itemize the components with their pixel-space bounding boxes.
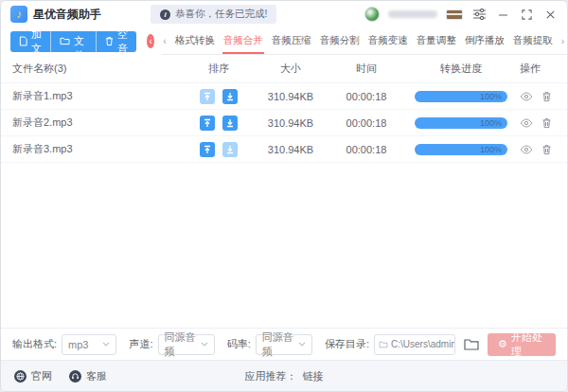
progress-bar: 100%: [415, 144, 507, 155]
output-settings-bar: 输出格式: mp3 声道: 同源音频 码率: 同源音频 保存目录:: [1, 328, 567, 360]
chevron-down-icon: [201, 342, 208, 347]
move-up-button[interactable]: [200, 142, 215, 157]
table-row: 新录音3.mp3 310.94KB 00:00:18 100%: [1, 136, 567, 163]
add-file-icon: [19, 36, 27, 46]
notification-text: 恭喜你，任务已完成!: [175, 8, 267, 21]
tab-audio-extract[interactable]: 音频提取: [512, 27, 554, 54]
chevron-down-icon: [298, 342, 306, 347]
tab-format-convert[interactable]: 格式转换: [174, 27, 216, 54]
titlebar-right: [364, 7, 558, 22]
header-file-name: 文件名称(3): [1, 62, 185, 76]
move-up-icon: [203, 145, 212, 154]
save-directory-group: 保存目录: C:\Users\admin\Deskto ⚙ 开始处理: [325, 333, 556, 356]
preview-eye-icon[interactable]: [520, 118, 533, 128]
headset-icon: [69, 370, 81, 383]
progress-bar: 100%: [415, 117, 507, 129]
add-file-label: 添加文件: [31, 31, 42, 52]
recommend-label: 应用推荐：: [245, 369, 297, 383]
add-file-button[interactable]: 添加文件: [10, 31, 51, 52]
minimize-button[interactable]: [495, 7, 510, 22]
customer-support-label: 客服: [86, 369, 107, 383]
delete-trash-icon[interactable]: [541, 91, 552, 102]
preview-eye-icon[interactable]: [520, 145, 533, 154]
file-size: 310.94KB: [253, 91, 328, 102]
start-processing-label: 开始处理: [511, 330, 545, 359]
tab-audio-compress[interactable]: 音频压缩: [271, 27, 312, 54]
chevron-down-icon: [102, 342, 110, 347]
user-avatar[interactable]: [364, 7, 380, 22]
delete-trash-icon[interactable]: [541, 144, 552, 155]
official-site-link[interactable]: 官网: [14, 369, 52, 383]
file-size: 310.94KB: [253, 144, 328, 155]
tab-scroll-left-icon[interactable]: ‹: [162, 36, 167, 46]
back-circle-icon: ‹: [149, 36, 151, 46]
statusbar: 官网 客服 应用推荐： 链接: [1, 360, 567, 391]
file-actions-group: 添加文件 添加文件夹 清空音频: [10, 31, 136, 52]
browse-folder-button[interactable]: [464, 338, 479, 350]
table-row: 新录音1.mp3 310.94KB 00:00:18 100%: [1, 83, 567, 110]
add-folder-icon: [60, 37, 70, 45]
move-up-icon: [203, 92, 212, 101]
progress-value: 100%: [480, 145, 502, 154]
add-folder-button[interactable]: 添加文件夹: [51, 31, 97, 52]
app-title: 星优音频助手: [33, 7, 101, 23]
app-logo-icon: ♪: [10, 6, 27, 23]
info-icon: i: [160, 9, 170, 20]
gear-icon: ⚙: [498, 339, 507, 349]
table-header: 文件名称(3) 排序 大小 时间 转换进度 操作: [1, 55, 567, 83]
bitrate-value: 同源音频: [262, 330, 298, 359]
bitrate-select[interactable]: 同源音频: [256, 334, 312, 355]
move-up-icon: [203, 118, 212, 128]
channel-value: 同源音频: [165, 330, 201, 359]
tab-audio-merge[interactable]: 音频合并: [222, 27, 264, 54]
toolbar: 添加文件 添加文件夹 清空音频 ‹ ‹ 格式转换 音频合并 音频压缩: [1, 27, 567, 55]
tab-scroll-right-icon[interactable]: ›: [560, 36, 565, 46]
language-flag-icon[interactable]: [446, 9, 463, 20]
progress-value: 100%: [480, 118, 502, 128]
file-name: 新录音3.mp3: [1, 142, 185, 156]
clear-audio-button[interactable]: 清空音频: [97, 31, 136, 52]
notification-banner: i 恭喜你，任务已完成!: [151, 5, 276, 24]
file-duration: 00:00:18: [328, 117, 404, 129]
move-down-button[interactable]: [222, 89, 238, 104]
official-site-label: 官网: [31, 369, 52, 383]
move-up-button: [200, 89, 215, 104]
recommend-link[interactable]: 链接: [303, 369, 324, 383]
file-name: 新录音2.mp3: [1, 116, 185, 130]
clear-audio-icon: [105, 36, 114, 46]
move-down-icon: [225, 118, 235, 128]
customer-support-link[interactable]: 客服: [69, 369, 107, 383]
move-down-button[interactable]: [222, 116, 238, 131]
move-down-icon: [225, 145, 235, 154]
channel-label: 声道:: [129, 337, 152, 351]
tabs-back-button[interactable]: ‹: [147, 34, 154, 48]
globe-icon: [14, 370, 27, 383]
close-button[interactable]: [542, 7, 558, 22]
folder-icon: [379, 341, 388, 348]
file-duration: 00:00:18: [328, 144, 404, 155]
move-up-button[interactable]: [200, 116, 215, 131]
maximize-button[interactable]: [519, 7, 534, 22]
username-blurred: [388, 10, 437, 18]
settings-sliders-icon[interactable]: [471, 7, 487, 22]
table-row: 新录音2.mp3 310.94KB 00:00:18 100%: [1, 110, 567, 136]
tab-audio-split[interactable]: 音频分割: [319, 27, 361, 54]
header-time: 时间: [328, 62, 404, 76]
output-format-label: 输出格式:: [12, 337, 57, 351]
output-format-select[interactable]: mp3: [62, 334, 116, 355]
clear-audio-label: 清空音频: [117, 31, 128, 52]
tab-audio-speed[interactable]: 音频变速: [367, 27, 409, 54]
save-dir-label: 保存目录:: [325, 337, 369, 351]
move-down-icon: [225, 92, 235, 101]
delete-trash-icon[interactable]: [541, 117, 552, 129]
channel-select[interactable]: 同源音频: [158, 334, 215, 355]
preview-eye-icon[interactable]: [520, 92, 533, 101]
file-size: 310.94KB: [253, 117, 328, 129]
app-window: ♪ 星优音频助手 i 恭喜你，任务已完成!: [0, 0, 568, 392]
header-size: 大小: [253, 62, 328, 76]
save-dir-input[interactable]: C:\Users\admin\Deskto: [374, 334, 455, 355]
start-processing-button[interactable]: ⚙ 开始处理: [488, 333, 556, 356]
tab-reverse-play[interactable]: 倒序播放: [464, 27, 506, 54]
save-dir-value: C:\Users\admin\Deskto: [391, 339, 455, 349]
tab-volume-adjust[interactable]: 音量调整: [416, 27, 457, 54]
